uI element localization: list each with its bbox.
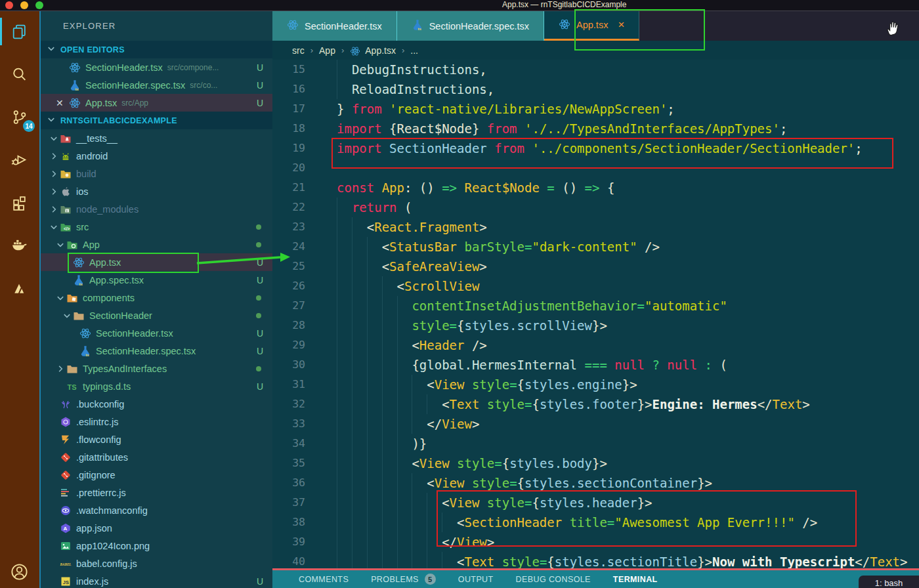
tree-item-.buckconfig[interactable]: .buckconfig xyxy=(41,395,272,413)
tree-item-node_modules[interactable]: node_modules xyxy=(41,200,272,218)
tree-item-label: .watchmanconfig xyxy=(76,505,148,516)
code-line-content: import {React$Node} from './../TypesAndI… xyxy=(316,119,787,138)
bottom-panel: COMMENTSPROBLEMS5OUTPUTDEBUG CONSOLETERM… xyxy=(272,570,919,588)
extensions-icon[interactable] xyxy=(0,191,38,213)
folder-icon xyxy=(73,310,85,322)
folder-components-icon xyxy=(66,292,78,304)
project-root-label: RNTSGITLABCICDEXAMPLE xyxy=(60,116,177,125)
panel-tab-label: OUTPUT xyxy=(458,575,494,584)
svg-text:</>: </> xyxy=(64,226,70,230)
tree-item-ios[interactable]: ios xyxy=(41,182,272,200)
line-number: 36 xyxy=(272,473,316,493)
tree-item-build[interactable]: build xyxy=(41,165,272,182)
code-line-content: <View style={styles.header}> xyxy=(316,493,652,513)
sidebar-title: EXPLORER xyxy=(41,11,272,41)
terminal-picker-dropdown[interactable]: 1: bash xyxy=(859,576,919,588)
breadcrumb-label: App xyxy=(319,45,335,56)
code-line-content: <React.Fragment> xyxy=(316,217,487,237)
flow-icon xyxy=(60,434,72,446)
tree-item-typings.d.ts[interactable]: TStypings.d.tsU xyxy=(41,377,272,395)
tree-item-.eslintrc.js[interactable]: .eslintrc.js xyxy=(41,413,272,430)
line-number: 17 xyxy=(272,99,316,119)
tree-item-TypesAndInterfaces[interactable]: TypesAndInterfaces xyxy=(41,360,272,377)
panel-tab-problems[interactable]: PROBLEMS5 xyxy=(371,574,436,585)
open-editors-list: SectionHeader.tsxsrc/compone...UtsSectio… xyxy=(41,58,272,112)
tree-item-components[interactable]: components xyxy=(41,289,272,306)
open-editor-item-SectionHeader.spec.tsx[interactable]: tsSectionHeader.spec.tsxsrc/co...U xyxy=(41,76,272,94)
git-status-badge: U xyxy=(257,62,263,73)
tree-item-label: components xyxy=(83,293,135,303)
code-line-content: </View> xyxy=(316,414,479,434)
project-root-header[interactable]: RNTSGITLABCICDEXAMPLE xyxy=(41,112,272,129)
tree-item-.flowconfig[interactable]: .flowconfig xyxy=(41,430,272,448)
code-line-content: } from 'react-native/Libraries/NewAppScr… xyxy=(316,99,675,119)
code-line-content: <View style={styles.engine}> xyxy=(316,375,637,394)
close-icon[interactable]: ✕ xyxy=(56,98,66,108)
search-icon[interactable] xyxy=(0,63,38,85)
code-line-29: 29<Header /> xyxy=(272,335,919,355)
open-editors-header[interactable]: OPEN EDITORS xyxy=(41,41,272,58)
line-number: 22 xyxy=(272,198,316,217)
zoom-window-button[interactable] xyxy=(35,1,43,9)
files-icon[interactable] xyxy=(0,20,38,43)
tree-item-.watchmanconfig[interactable]: .watchmanconfig xyxy=(41,501,272,519)
tree-item-__tests__[interactable]: __tests__ xyxy=(41,129,272,147)
code-line-35: 35<View style={styles.body}> xyxy=(272,453,919,473)
line-number: 16 xyxy=(272,79,316,99)
breadcrumb-item-src[interactable]: src xyxy=(292,45,305,56)
close-window-button[interactable] xyxy=(5,1,13,9)
breadcrumb-item-...[interactable]: ... xyxy=(410,45,418,56)
editor-region: SectionHeader.tsxtsSectionHeader.spec.ts… xyxy=(272,11,919,570)
tree-item-src[interactable]: </>src xyxy=(41,218,272,236)
code-editor[interactable]: 15DebugInstructions,16ReloadInstructions… xyxy=(272,60,919,569)
breadcrumb-item-App[interactable]: App xyxy=(319,45,335,56)
breadcrumb-item-App.tsx[interactable]: App.tsx xyxy=(350,45,396,56)
tree-item-index.js[interactable]: JSindex.jsU xyxy=(41,572,272,588)
tree-item-label: App.tsx xyxy=(89,257,121,268)
tree-item-app.json[interactable]: Aapp.json xyxy=(41,519,272,537)
tab-SectionHeader.spec.tsx[interactable]: tsSectionHeader.spec.tsx xyxy=(397,11,544,41)
tree-item-App[interactable]: App xyxy=(41,236,272,253)
line-number: 39 xyxy=(272,532,316,552)
file-tree: __tests__androidbuildiosnode_modules</>s… xyxy=(41,129,272,588)
open-editor-label: SectionHeader.tsx xyxy=(85,62,163,73)
react-icon xyxy=(287,19,299,33)
tab-SectionHeader.tsx[interactable]: SectionHeader.tsx xyxy=(272,11,397,41)
open-editor-item-SectionHeader.tsx[interactable]: SectionHeader.tsxsrc/compone...U xyxy=(41,58,272,76)
tree-item-.gitignore[interactable]: .gitignore xyxy=(41,466,272,484)
tree-item-label: .buckconfig xyxy=(76,399,124,410)
panel-tab-comments[interactable]: COMMENTS xyxy=(299,575,349,584)
test-icon: ts xyxy=(79,345,91,357)
panel-tab-debug-console[interactable]: DEBUG CONSOLE xyxy=(516,575,591,584)
tree-item-SectionHeader.tsx[interactable]: SectionHeader.tsxU xyxy=(41,324,272,342)
svg-text:A: A xyxy=(64,526,68,532)
react-icon xyxy=(73,257,85,268)
docker-icon[interactable] xyxy=(0,234,38,256)
tree-item-App.tsx[interactable]: App.tsxU xyxy=(41,253,272,271)
account-icon[interactable] xyxy=(10,562,29,584)
atlassian-icon[interactable] xyxy=(0,276,38,299)
open-editor-item-App.tsx[interactable]: ✕App.tsxsrc/AppU xyxy=(41,94,272,112)
tree-item-SectionHeader.spec.tsx[interactable]: tsSectionHeader.spec.tsxU xyxy=(41,342,272,360)
tree-item-babel.config.js[interactable]: BABELbabel.config.js xyxy=(41,555,272,572)
folder-node-icon xyxy=(60,203,72,215)
minimize-window-button[interactable] xyxy=(20,1,28,9)
tree-item-.gitattributes[interactable]: .gitattributes xyxy=(41,448,272,466)
source-control-icon[interactable]: 14 xyxy=(0,106,38,128)
tree-item-android[interactable]: android xyxy=(41,147,272,165)
tree-item-app1024Icon.png[interactable]: app1024Icon.png xyxy=(41,537,272,555)
panel-tab-output[interactable]: OUTPUT xyxy=(458,575,494,584)
close-icon[interactable]: × xyxy=(618,18,624,32)
code-line-content: <SectionHeader title="Awesomest App Ever… xyxy=(316,513,817,532)
react-icon xyxy=(69,62,81,74)
tree-item-App.spec.tsx[interactable]: tsApp.spec.tsxU xyxy=(41,271,272,289)
debug-icon[interactable] xyxy=(0,148,38,171)
tree-item-.prettierrc.js[interactable]: .prettierrc.js xyxy=(41,484,272,501)
tree-item-label: node_modules xyxy=(76,204,139,215)
chevron-down-icon xyxy=(49,222,60,232)
panel-tab-terminal[interactable]: TERMINAL xyxy=(613,575,658,584)
tab-App.tsx[interactable]: App.tsx× xyxy=(544,11,639,41)
code-line-21: 21const App: () => React$Node = () => { xyxy=(272,178,919,198)
code-line-content xyxy=(316,158,337,178)
tree-item-SectionHeader[interactable]: SectionHeader xyxy=(41,306,272,324)
